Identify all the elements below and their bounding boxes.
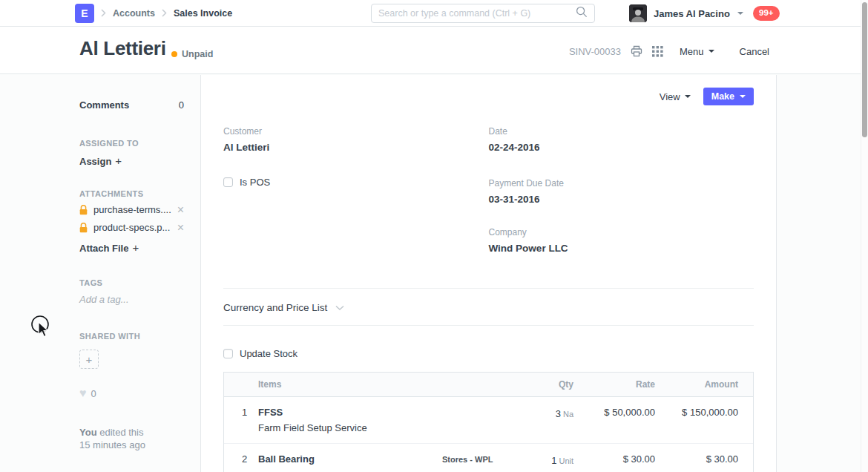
section-divider bbox=[223, 325, 754, 326]
status-badge: Unpaid bbox=[182, 49, 213, 59]
heart-icon[interactable]: ♥ bbox=[79, 387, 87, 399]
attach-file-button[interactable]: Attach File+ bbox=[79, 241, 184, 254]
document-id: SINV-00033 bbox=[569, 46, 621, 57]
company-value[interactable]: Wind Power LLC bbox=[489, 243, 754, 254]
uom-label: Na bbox=[563, 410, 573, 419]
item-name: Ball Bearing bbox=[258, 453, 442, 465]
form-sidebar: Comments 0 ASSIGNED TO Assign+ ATTACHMEN… bbox=[0, 75, 200, 472]
edited-text: edited this bbox=[99, 427, 143, 438]
search-icon[interactable] bbox=[576, 6, 588, 21]
likes-count: 0 bbox=[91, 388, 96, 399]
date-field[interactable]: Date 02-24-2016 bbox=[489, 126, 754, 153]
payment-due-date-field[interactable]: Payment Due Date 03-31-2016 bbox=[489, 178, 754, 205]
user-menu[interactable]: James Al Pacino bbox=[629, 4, 743, 22]
chevron-down-icon bbox=[737, 12, 743, 15]
page-title: Al Lettieri bbox=[79, 37, 166, 60]
company-field[interactable]: Company Wind Power LLC bbox=[489, 227, 754, 254]
uom-label: Unit bbox=[559, 456, 573, 465]
print-icon[interactable] bbox=[631, 45, 642, 57]
customer-value[interactable]: Al Lettieri bbox=[223, 142, 489, 153]
header-qty: Qty bbox=[513, 379, 573, 390]
header-warehouse bbox=[442, 384, 513, 385]
table-row[interactable]: 1 FFSS Farm Field Setup Service 3Na $ 50… bbox=[224, 397, 753, 444]
date-value[interactable]: 02-24-2016 bbox=[489, 142, 754, 153]
item-description: Farm Field Setup Service bbox=[258, 422, 442, 433]
comments-link[interactable]: Comments 0 bbox=[79, 99, 184, 111]
attachment-item: product-specs.p... × bbox=[79, 221, 184, 234]
row-index: 2 bbox=[242, 453, 258, 465]
tags-heading: TAGS bbox=[79, 278, 184, 287]
make-button[interactable]: Make bbox=[703, 88, 754, 105]
form-main: View Make Customer Al Lettieri Is POS Da… bbox=[200, 75, 777, 472]
is-pos-checkbox-row[interactable]: Is POS bbox=[223, 177, 489, 188]
status-indicator: Unpaid bbox=[171, 49, 213, 59]
global-search bbox=[371, 4, 595, 23]
assigned-to-heading: ASSIGNED TO bbox=[79, 139, 184, 148]
view-button[interactable]: View bbox=[660, 91, 691, 102]
chevron-down-icon bbox=[708, 50, 714, 53]
item-cell: FFSS Farm Field Setup Service bbox=[258, 407, 442, 433]
menu-button[interactable]: Menu bbox=[680, 46, 714, 57]
payment-due-date-label: Payment Due Date bbox=[489, 178, 754, 189]
breadcrumb: Accounts Sales Invoice bbox=[101, 0, 232, 27]
edited-info: You edited this 15 minutes ago bbox=[79, 426, 184, 451]
row-index: 1 bbox=[242, 407, 258, 418]
scrollbar-thumb[interactable] bbox=[862, 2, 867, 137]
is-pos-label: Is POS bbox=[240, 177, 270, 188]
currency-section-toggle[interactable]: Currency and Price List bbox=[223, 301, 754, 314]
attachment-link[interactable]: purchase-terms.... bbox=[93, 204, 171, 215]
assign-button[interactable]: Assign+ bbox=[79, 154, 184, 167]
add-tag-input[interactable]: Add a tag... bbox=[79, 294, 184, 305]
window-scrollbar[interactable] bbox=[861, 0, 868, 472]
attachments-heading: ATTACHMENTS bbox=[79, 189, 184, 198]
section-divider bbox=[223, 288, 754, 289]
company-label: Company bbox=[489, 227, 754, 237]
warehouse-cell: Stores - WPL bbox=[442, 453, 513, 464]
amount-cell: $ 150,000.00 bbox=[655, 407, 738, 418]
item-name: FFSS bbox=[258, 407, 442, 418]
comments-count: 0 bbox=[179, 99, 184, 111]
edited-by: You bbox=[79, 427, 97, 438]
table-row[interactable]: 2 Ball Bearing Stores - WPL 1Unit $ 30.0… bbox=[224, 444, 753, 472]
update-stock-checkbox[interactable] bbox=[223, 349, 233, 358]
page-head-actions: SINV-00033 Menu Cancel bbox=[569, 45, 769, 57]
edited-time: 15 minutes ago bbox=[79, 439, 184, 451]
user-name: James Al Pacino bbox=[654, 8, 730, 19]
comments-label: Comments bbox=[79, 99, 129, 111]
attachment-item: purchase-terms.... × bbox=[79, 203, 184, 216]
date-label: Date bbox=[489, 126, 754, 137]
notifications-badge[interactable]: 99+ bbox=[753, 6, 780, 21]
close-icon[interactable]: × bbox=[177, 222, 184, 234]
item-cell: Ball Bearing bbox=[258, 453, 442, 465]
rate-cell: $ 30.00 bbox=[573, 453, 655, 465]
chevron-right-icon bbox=[101, 7, 106, 20]
customer-label: Customer bbox=[223, 126, 489, 137]
grid-menu-icon[interactable] bbox=[652, 46, 663, 57]
header-amount: Amount bbox=[655, 379, 738, 390]
items-table-header: Items Qty Rate Amount bbox=[224, 373, 753, 397]
search-input[interactable] bbox=[378, 8, 576, 19]
breadcrumb-accounts[interactable]: Accounts bbox=[113, 8, 155, 19]
amount-cell: $ 30.00 bbox=[655, 453, 738, 465]
app-logo[interactable]: E bbox=[75, 4, 94, 23]
lock-icon bbox=[79, 223, 88, 233]
page-head: Al Lettieri Unpaid SINV-00033 Menu Cance… bbox=[0, 27, 868, 74]
header-rate: Rate bbox=[573, 379, 655, 390]
customer-field[interactable]: Customer Al Lettieri bbox=[223, 126, 489, 153]
share-add-button[interactable]: + bbox=[79, 350, 99, 369]
is-pos-checkbox[interactable] bbox=[223, 177, 233, 187]
status-dot-icon bbox=[171, 51, 177, 57]
update-stock-checkbox-row[interactable]: Update Stock bbox=[223, 348, 754, 359]
breadcrumb-sales-invoice[interactable]: Sales Invoice bbox=[174, 8, 232, 19]
attachment-link[interactable]: product-specs.p... bbox=[93, 222, 170, 233]
cancel-button[interactable]: Cancel bbox=[740, 46, 769, 57]
chevron-down-icon bbox=[335, 301, 344, 314]
plus-icon: + bbox=[132, 241, 139, 254]
avatar bbox=[629, 4, 647, 22]
close-icon[interactable]: × bbox=[177, 204, 184, 216]
rate-cell: $ 50,000.00 bbox=[573, 407, 655, 418]
update-stock-label: Update Stock bbox=[240, 348, 297, 359]
items-table: Items Qty Rate Amount 1 FFSS Farm Field … bbox=[223, 372, 754, 472]
shared-with-heading: SHARED WITH bbox=[79, 332, 184, 341]
payment-due-date-value[interactable]: 03-31-2016 bbox=[489, 194, 754, 205]
